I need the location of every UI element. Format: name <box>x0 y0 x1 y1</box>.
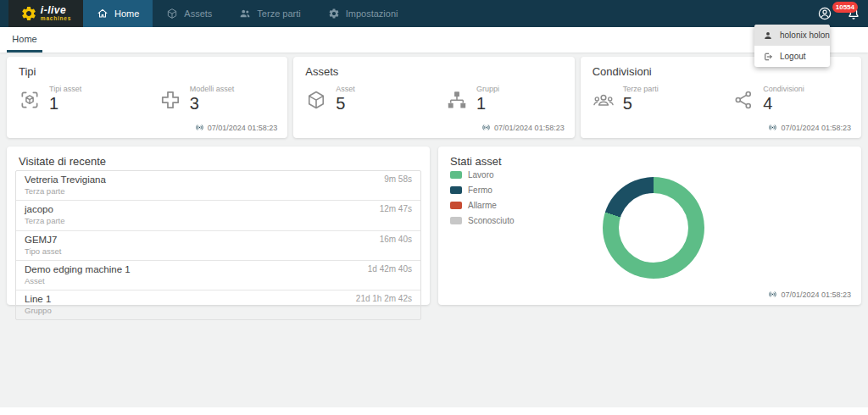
stat-value: 1 <box>49 95 81 112</box>
chart-legend: Lavoro Fermo Allarme Sconosciuto <box>450 170 514 225</box>
box-scan-icon <box>19 89 41 111</box>
stat-value: 5 <box>336 95 355 112</box>
stat-value: 5 <box>623 95 659 112</box>
legend-item: Fermo <box>450 185 514 195</box>
timestamp: 07/01/2024 01:58:23 <box>781 124 851 132</box>
user-dropdown-menu: holonix holonix Logout <box>754 25 830 67</box>
person-icon <box>763 30 773 41</box>
menu-item-logout[interactable]: Logout <box>754 46 830 67</box>
stat-value: 3 <box>190 95 235 112</box>
list-item[interactable]: Vetreria TrevigianaTerza parte 9m 58s <box>16 171 420 201</box>
account-circle-icon <box>817 6 832 21</box>
notifications-button[interactable]: 10554 <box>846 6 861 21</box>
last-update: 07/01/2024 01:58:23 <box>195 123 278 132</box>
stat-modelli-asset: Modelli asset 3 <box>147 85 288 112</box>
cube-outline-icon <box>305 89 327 111</box>
stat-asset: Asset 5 <box>293 85 434 112</box>
cube-icon <box>166 8 178 19</box>
card-assets: Assets Asset 5 Gruppi 1 <box>293 57 574 138</box>
stat-tipi-asset: Tipi asset 1 <box>7 85 147 112</box>
last-update: 07/01/2024 01:58:23 <box>481 123 565 132</box>
footer <box>0 407 868 415</box>
duration: 21d 1h 2m 42s <box>356 294 412 316</box>
list-item[interactable]: Line 1Gruppo 21d 1h 2m 42s <box>16 290 420 319</box>
timestamp: 07/01/2024 01:58:23 <box>781 290 851 299</box>
groups-icon <box>593 89 615 111</box>
stat-label: Modelli asset <box>190 85 235 93</box>
stat-gruppi: Gruppi 1 <box>434 85 575 112</box>
account-button[interactable] <box>817 6 832 21</box>
stat-label: Terze parti <box>623 85 659 93</box>
logout-icon <box>763 52 773 62</box>
logo-text: i-live machines <box>41 5 71 22</box>
legend-item: Lavoro <box>450 170 514 180</box>
recent-list: Vetreria TrevigianaTerza parte 9m 58s ja… <box>15 170 421 320</box>
main-nav: Home Assets Terze parti Impostazioni <box>83 0 411 27</box>
nav-item-impostazioni[interactable]: Impostazioni <box>314 0 412 27</box>
share-icon <box>732 89 754 111</box>
stat-value: 4 <box>763 95 804 112</box>
tab-bar: Home <box>0 27 868 53</box>
card-title: Stati asset <box>450 155 502 168</box>
card-condivisioni: Condivisioni Terze parti 5 Condivisioni … <box>581 57 861 138</box>
legend-swatch <box>450 217 462 224</box>
stat-condivisioni: Condivisioni 4 <box>721 85 861 112</box>
timestamp: 07/01/2024 01:58:23 <box>208 124 278 132</box>
card-title: Assets <box>305 65 338 78</box>
signal-icon <box>481 123 491 132</box>
card-title: Tipi <box>19 65 36 78</box>
card-asset-states: Stati asset Lavoro Fermo Allarme Sconosc… <box>438 147 861 305</box>
legend-swatch <box>450 202 462 209</box>
list-item[interactable]: GEMJ7Tipo asset 16m 40s <box>16 231 420 261</box>
duration: 1d 42m 40s <box>368 264 412 286</box>
signal-icon <box>195 123 204 132</box>
detail-cards-row: Visitate di recente Vetreria TrevigianaT… <box>7 147 861 305</box>
card-title: Visitate di recente <box>19 155 106 168</box>
list-item[interactable]: Demo edging machine 1Asset 1d 42m 40s <box>16 261 420 290</box>
legend-swatch <box>450 186 462 194</box>
card-tipi: Tipi Tipi asset 1 Modelli asset 3 <box>7 57 287 138</box>
duration: 9m 58s <box>384 174 412 196</box>
legend-item: Sconosciuto <box>450 216 514 225</box>
last-update: 07/01/2024 01:58:23 <box>768 123 851 132</box>
donut-chart <box>603 177 704 279</box>
duration: 12m 47s <box>380 204 412 226</box>
home-icon <box>97 8 108 19</box>
stat-terze-parti: Terze parti 5 <box>581 85 721 112</box>
stat-value: 1 <box>476 95 499 112</box>
signal-icon <box>768 290 777 299</box>
cross-pipe-icon <box>159 89 181 111</box>
legend-item: Allarme <box>450 201 514 210</box>
notification-badge: 10554 <box>832 2 858 13</box>
nav-item-assets[interactable]: Assets <box>153 0 225 27</box>
timestamp: 07/01/2024 01:58:23 <box>494 124 565 132</box>
nav-right: 10554 <box>817 0 861 27</box>
main-content: Tipi Tipi asset 1 Modelli asset 3 <box>0 53 868 309</box>
card-recently-visited: Visitate di recente Vetreria TrevigianaT… <box>7 147 430 305</box>
tree-icon <box>446 89 468 111</box>
gear-logo-icon <box>20 5 37 22</box>
top-navbar: i-live machines Home Assets Terze parti … <box>0 0 868 27</box>
stat-label: Tipi asset <box>49 85 81 93</box>
last-update: 07/01/2024 01:58:23 <box>768 290 851 299</box>
gear-icon <box>328 8 340 19</box>
legend-swatch <box>450 171 462 179</box>
nav-item-terze-parti[interactable]: Terze parti <box>225 0 314 27</box>
stat-label: Asset <box>336 85 355 93</box>
menu-item-profile[interactable]: holonix holonix <box>754 25 830 46</box>
stat-label: Condivisioni <box>763 85 804 93</box>
duration: 16m 40s <box>380 235 412 257</box>
tab-home[interactable]: Home <box>7 27 42 53</box>
people-icon <box>239 8 251 19</box>
list-item[interactable]: jacopoTerza parte 12m 47s <box>16 201 420 230</box>
app-logo[interactable]: i-live machines <box>8 0 83 27</box>
stat-label: Gruppi <box>476 85 499 93</box>
nav-item-home[interactable]: Home <box>83 0 153 27</box>
summary-cards-row: Tipi Tipi asset 1 Modelli asset 3 <box>7 57 861 138</box>
card-title: Condivisioni <box>593 65 652 78</box>
signal-icon <box>768 123 777 132</box>
